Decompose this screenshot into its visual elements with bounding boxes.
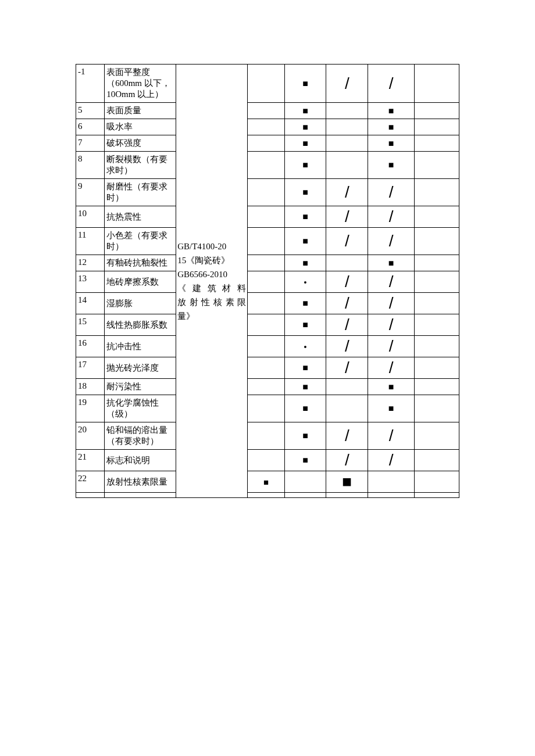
cell-c5: / (326, 293, 368, 314)
row-desc: 抗冲击性 (105, 336, 176, 357)
cell-c5: / (326, 450, 368, 471)
cell-c5: / (326, 314, 368, 336)
table-row: 15 线性热膨胀系数 ■ / / (76, 314, 459, 336)
cell-c6: / (368, 206, 415, 228)
cell-c5: / (326, 206, 368, 228)
cell-c5: / (326, 336, 368, 357)
cell-c6: / (368, 65, 415, 103)
cell-c4: ■ (284, 450, 326, 471)
cell-c4: • (284, 336, 326, 357)
table-row: 14 湿膨胀 ■ / / (76, 293, 459, 314)
table-row: -1 表面平整度（600mm 以下，10Omm 以上） GB/T4100-20 … (76, 65, 459, 103)
cell-c4 (284, 493, 326, 498)
standard-cell: GB/T4100-20 15《陶瓷砖》 GB6566-2010 《建筑材料 放射… (176, 65, 248, 498)
cell-c3 (248, 314, 285, 336)
cell-c3 (248, 103, 285, 119)
row-desc: 破坏强度 (105, 135, 176, 152)
row-idx (76, 493, 105, 498)
cell-c5 (326, 395, 368, 422)
cell-c7 (415, 179, 459, 206)
table-row: 10 抗热震性 ■ / / (76, 206, 459, 228)
cell-c5: / (326, 179, 368, 206)
cell-c3 (248, 179, 285, 206)
table-row: 20 铅和镉的溶出量（有要求时） ■ / / (76, 422, 459, 450)
row-desc: 放射性核素限量 (105, 471, 176, 493)
cell-c7 (415, 103, 459, 119)
table-row: 17 抛光砖光泽度 ■ / / (76, 357, 459, 379)
row-desc: 标志和说明 (105, 450, 176, 471)
table-row: 21 标志和说明 ■ / / (76, 450, 459, 471)
row-desc: 表面平整度（600mm 以下，10Omm 以上） (105, 65, 176, 103)
cell-c7 (415, 65, 459, 103)
cell-c3 (248, 357, 285, 379)
cell-c3 (248, 152, 285, 179)
cell-c4: ■ (284, 119, 326, 135)
cell-c3 (248, 493, 285, 498)
row-desc: 地砖摩擦系数 (105, 271, 176, 293)
cell-c6: ■ (368, 103, 415, 119)
row-idx: 8 (76, 152, 105, 179)
row-desc: 吸水率 (105, 119, 176, 135)
cell-c6 (368, 471, 415, 493)
row-idx: 12 (76, 255, 105, 271)
cell-c6: / (368, 314, 415, 336)
cell-c5 (326, 255, 368, 271)
table-row: 7 破坏强度 ■ ■ (76, 135, 459, 152)
cell-c6: ■ (368, 152, 415, 179)
cell-c7 (415, 379, 459, 395)
cell-c6: / (368, 179, 415, 206)
cell-c5 (326, 379, 368, 395)
cell-c6: ■ (368, 395, 415, 422)
cell-c5 (326, 493, 368, 498)
table-row: 5 表面质量 ■ ■ (76, 103, 459, 119)
row-desc: 抛光砖光泽度 (105, 357, 176, 379)
cell-c4: ■ (284, 135, 326, 152)
row-idx: 13 (76, 271, 105, 293)
cell-c4: ■ (284, 103, 326, 119)
row-desc: 耐磨性（有要求时） (105, 179, 176, 206)
cell-c7 (415, 293, 459, 314)
row-idx: 7 (76, 135, 105, 152)
table-row: 6 吸水率 ■ ■ (76, 119, 459, 135)
cell-c6: ■ (368, 135, 415, 152)
cell-c3 (248, 255, 285, 271)
cell-c7 (415, 135, 459, 152)
cell-c3 (248, 271, 285, 293)
row-idx: 5 (76, 103, 105, 119)
cell-c7 (415, 395, 459, 422)
cell-c6: ■ (368, 379, 415, 395)
row-desc: 线性热膨胀系数 (105, 314, 176, 336)
cell-c5: / (326, 271, 368, 293)
cell-c6: / (368, 357, 415, 379)
row-desc (105, 493, 176, 498)
table-row: 11 小色差（有要求时） ■ / / (76, 228, 459, 255)
cell-c3 (248, 293, 285, 314)
cell-c3 (248, 228, 285, 255)
cell-c4: ■ (284, 395, 326, 422)
cell-c3 (248, 395, 285, 422)
row-idx: 9 (76, 179, 105, 206)
table-row: 13 地砖摩擦系数 • / / (76, 271, 459, 293)
cell-c4: ■ (284, 314, 326, 336)
row-idx: 22 (76, 471, 105, 493)
cell-c4: ■ (284, 255, 326, 271)
cell-c7 (415, 471, 459, 493)
table-row: 8 断裂模数（有要求时） ■ ■ (76, 152, 459, 179)
cell-c7 (415, 255, 459, 271)
cell-c7 (415, 152, 459, 179)
table-row: 12 有釉砖抗釉裂性 ■ ■ (76, 255, 459, 271)
cell-c3 (248, 135, 285, 152)
cell-c5: / (326, 422, 368, 450)
cell-c6: / (368, 271, 415, 293)
row-idx: 18 (76, 379, 105, 395)
standards-table: -1 表面平整度（600mm 以下，10Omm 以上） GB/T4100-20 … (76, 64, 459, 498)
cell-c5 (326, 103, 368, 119)
row-idx: -1 (76, 65, 105, 103)
row-idx: 10 (76, 206, 105, 228)
cell-c5: / (326, 65, 368, 103)
row-idx: 16 (76, 336, 105, 357)
row-idx: 11 (76, 228, 105, 255)
cell-c6: / (368, 336, 415, 357)
row-idx: 17 (76, 357, 105, 379)
row-idx: 20 (76, 422, 105, 450)
